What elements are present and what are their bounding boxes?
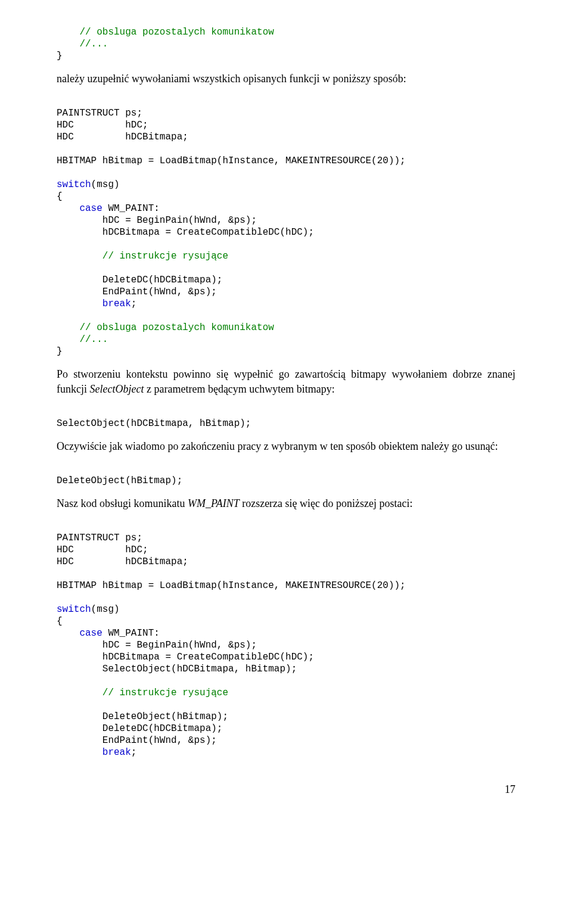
code-line: break; <box>57 298 136 309</box>
code-line: // instrukcje rysujące <box>57 251 228 262</box>
code-line: // instrukcje rysujące <box>57 687 228 698</box>
code-line: } <box>57 51 63 61</box>
text: z parametrem będącym uchwytem bitmapy: <box>144 383 334 395</box>
code-line: PAINTSTRUCT ps; <box>57 108 142 119</box>
paragraph: Nasz kod obsługi komunikatu WM_PAINT roz… <box>57 496 515 511</box>
code-line: SelectObject(hDCBitmapa, hBitmap); <box>57 418 251 429</box>
keyword-case: case <box>57 203 102 214</box>
code-line: switch(msg) <box>57 179 120 190</box>
code-text: (msg) <box>91 604 120 615</box>
code-line: SelectObject(hDCBitmapa, hBitmap); <box>57 664 297 674</box>
code-line: //... <box>57 39 108 49</box>
code-text: WM_PAINT: <box>102 628 160 639</box>
code-block-1: // obsluga pozostalych komunikatow //...… <box>57 14 515 62</box>
code-line: hDCBitmapa = CreateCompatibleDC(hDC); <box>57 652 314 662</box>
keyword-case: case <box>57 628 102 639</box>
code-line: HBITMAP hBitmap = LoadBitmap(hInstance, … <box>57 155 406 166</box>
code-line: HDC hDCBitmapa; <box>57 556 188 567</box>
code-line: hDCBitmapa = CreateCompatibleDC(hDC); <box>57 227 314 238</box>
code-text: ; <box>131 747 137 758</box>
code-line: PAINTSTRUCT ps; <box>57 533 142 543</box>
italic-text: SelectObject <box>90 383 144 395</box>
code-line: hDC = BeginPain(hWnd, &ps); <box>57 215 257 226</box>
code-block-2: PAINTSTRUCT ps; HDC hDC; HDC hDCBitmapa;… <box>57 95 515 357</box>
code-line: hDC = BeginPain(hWnd, &ps); <box>57 640 257 651</box>
code-line: case WM_PAINT: <box>57 628 160 639</box>
code-block-4: DeleteObject(hBitmap); <box>57 463 515 487</box>
code-line: case WM_PAINT: <box>57 203 160 214</box>
code-line: // obsluga pozostalych komunikatow <box>57 27 274 38</box>
code-line: //... <box>57 334 108 345</box>
code-line: DeleteDC(hDCBitmapa); <box>57 275 222 285</box>
keyword-break: break <box>57 747 131 758</box>
code-line: // obsluga pozostalych komunikatow <box>57 322 274 333</box>
code-line: } <box>57 346 63 357</box>
keyword-switch: switch <box>57 179 91 190</box>
code-text: (msg) <box>91 179 120 190</box>
code-line: EndPaint(hWnd, &ps); <box>57 735 217 746</box>
paragraph: Po stworzeniu kontekstu powinno się wype… <box>57 367 515 396</box>
code-line: HBITMAP hBitmap = LoadBitmap(hInstance, … <box>57 580 406 591</box>
code-line: HDC hDC; <box>57 545 148 555</box>
code-line: { <box>57 616 63 627</box>
code-block-5: PAINTSTRUCT ps; HDC hDC; HDC hDCBitmapa;… <box>57 520 515 758</box>
text: Nasz kod obsługi komunikatu <box>57 497 188 509</box>
code-block-3: SelectObject(hDCBitmapa, hBitmap); <box>57 406 515 430</box>
paragraph: należy uzupełnić wywołaniami wszystkich … <box>57 71 515 86</box>
code-line: HDC hDCBitmapa; <box>57 132 188 142</box>
italic-text: WM_PAINT <box>188 497 240 509</box>
code-line: break; <box>57 747 136 758</box>
code-text: ; <box>131 298 137 309</box>
code-line: HDC hDC; <box>57 120 148 130</box>
code-line: EndPaint(hWnd, &ps); <box>57 287 217 297</box>
code-line: DeleteDC(hDCBitmapa); <box>57 723 222 734</box>
code-text: WM_PAINT: <box>102 203 160 214</box>
paragraph: Oczywiście jak wiadomo po zakończeniu pr… <box>57 439 515 453</box>
keyword-switch: switch <box>57 604 91 615</box>
code-line: DeleteObject(hBitmap); <box>57 711 228 722</box>
code-line: { <box>57 191 63 202</box>
keyword-break: break <box>57 298 131 309</box>
text: rozszerza się więc do poniższej postaci: <box>240 497 413 509</box>
page-number: 17 <box>57 782 515 797</box>
code-line: DeleteObject(hBitmap); <box>57 475 182 486</box>
code-line: switch(msg) <box>57 604 120 615</box>
